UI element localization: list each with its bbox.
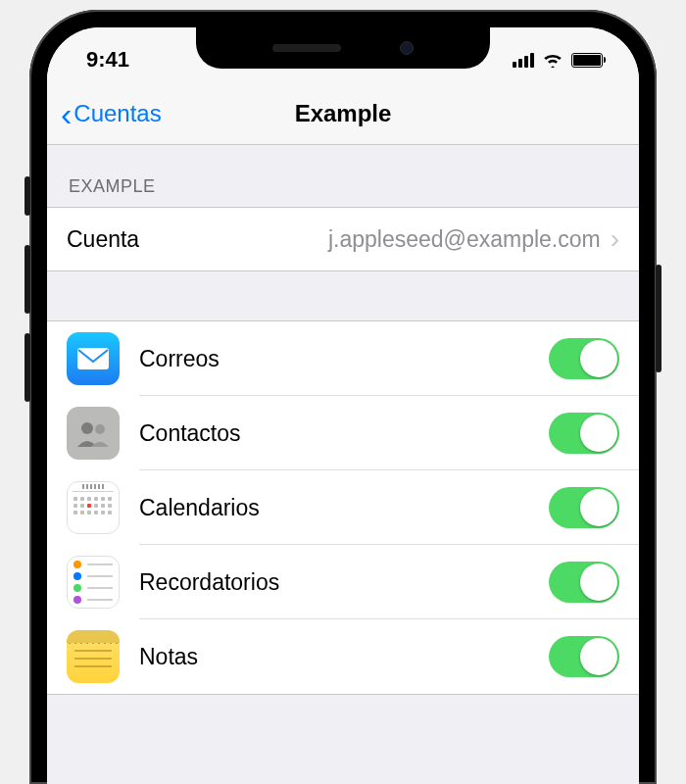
front-camera	[400, 41, 414, 55]
chevron-left-icon: ‹	[61, 97, 72, 130]
svg-rect-0	[77, 348, 109, 369]
toggle-mail[interactable]	[549, 338, 619, 379]
toggle-notes[interactable]	[549, 636, 619, 677]
toggle-calendar[interactable]	[549, 487, 619, 528]
service-label-calendar: Calendarios	[139, 495, 529, 521]
device-mockup: 9:41 ‹ Cuentas E	[0, 0, 686, 784]
services-section: Correos Contactos	[47, 320, 639, 695]
battery-icon	[571, 53, 606, 68]
toggle-contacts[interactable]	[549, 413, 619, 454]
section-gap	[47, 271, 639, 320]
screen: 9:41 ‹ Cuentas E	[47, 27, 639, 784]
svg-point-2	[95, 424, 105, 434]
service-row-reminders: Recordatorios	[47, 545, 639, 619]
notes-app-icon	[67, 630, 120, 683]
service-row-calendar: Calendarios	[47, 470, 639, 545]
speaker	[272, 44, 341, 52]
service-label-reminders: Recordatorios	[139, 569, 529, 596]
volume-down-button	[24, 333, 30, 402]
service-row-notes: Notas	[47, 619, 639, 694]
service-row-mail: Correos	[47, 321, 639, 396]
service-label-contacts: Contactos	[139, 420, 529, 447]
service-label-notes: Notas	[139, 644, 529, 670]
account-row[interactable]: Cuenta j.appleseed@example.com ›	[47, 208, 639, 270]
reminders-app-icon	[67, 556, 120, 609]
volume-up-button	[24, 245, 30, 314]
cellular-signal-icon	[513, 53, 534, 68]
side-power-button	[656, 265, 662, 372]
service-row-contacts: Contactos	[47, 396, 639, 470]
status-time: 9:41	[86, 37, 129, 73]
account-email-value: j.appleseed@example.com	[328, 226, 601, 253]
mute-switch	[24, 176, 30, 216]
contacts-app-icon	[67, 407, 120, 460]
section-header-example: EXAMPLE	[47, 145, 639, 207]
back-button[interactable]: ‹ Cuentas	[61, 97, 162, 130]
navigation-bar: ‹ Cuentas Example	[47, 82, 639, 145]
service-label-mail: Correos	[139, 346, 529, 372]
chevron-right-icon: ›	[611, 223, 619, 255]
back-button-label: Cuentas	[74, 100, 161, 127]
mail-app-icon	[67, 332, 120, 385]
calendar-app-icon	[67, 481, 120, 534]
notch	[196, 27, 490, 69]
phone-frame: 9:41 ‹ Cuentas E	[29, 10, 657, 784]
svg-point-1	[81, 422, 93, 434]
account-label: Cuenta	[67, 226, 139, 253]
toggle-reminders[interactable]	[549, 562, 619, 603]
account-section: Cuenta j.appleseed@example.com ›	[47, 207, 639, 271]
status-icons	[513, 42, 606, 68]
wifi-icon	[542, 52, 564, 68]
page-title: Example	[295, 100, 392, 127]
